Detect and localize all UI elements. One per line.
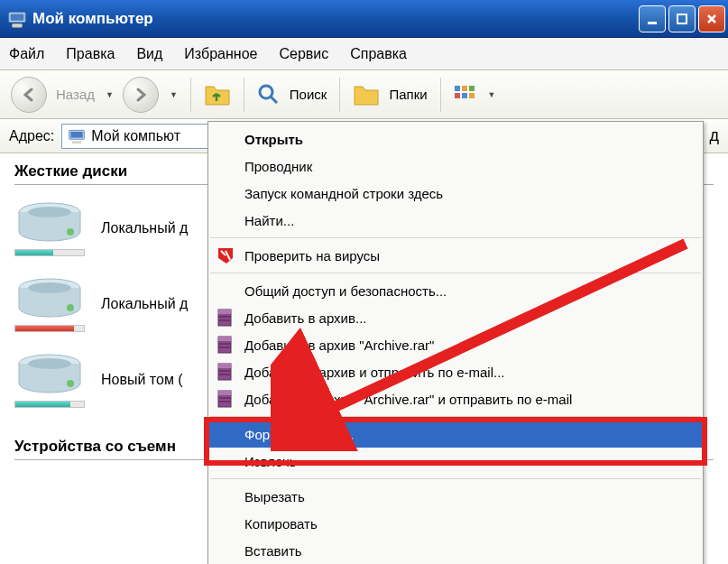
- menu-tools[interactable]: Сервис: [279, 46, 328, 62]
- drive-label: Локальный д: [101, 220, 188, 236]
- toolbar: Назад ▼ ▼ Поиск Папки ▼: [0, 70, 728, 119]
- svg-rect-15: [72, 141, 81, 143]
- menu-item-label: Проводник: [244, 159, 312, 174]
- drive-label: Локальный д: [101, 296, 188, 312]
- search-icon[interactable]: [257, 83, 281, 106]
- folders-label[interactable]: Папки: [389, 87, 427, 102]
- svg-point-21: [67, 304, 74, 311]
- toolbar-separator: [440, 78, 441, 112]
- svg-rect-1: [11, 14, 24, 20]
- svg-rect-27: [218, 316, 231, 318]
- search-label[interactable]: Поиск: [290, 87, 327, 102]
- menu-file[interactable]: Файл: [9, 46, 44, 62]
- menu-item-label: Копировать: [244, 516, 318, 532]
- usage-bar: [14, 249, 85, 256]
- menu-separator: [210, 478, 701, 479]
- svg-rect-14: [71, 132, 83, 138]
- rar-icon: [216, 389, 235, 409]
- context-menu-item[interactable]: Открыть: [208, 125, 703, 153]
- svg-rect-36: [218, 374, 231, 375]
- close-button[interactable]: [698, 5, 725, 32]
- views-dropdown-icon[interactable]: ▼: [488, 90, 496, 99]
- menu-item-label: Форматировать...: [244, 427, 354, 442]
- svg-rect-31: [218, 343, 231, 345]
- toolbar-separator: [244, 78, 244, 112]
- back-button[interactable]: [11, 77, 47, 113]
- context-menu-item[interactable]: Проводник: [208, 153, 703, 180]
- menu-help[interactable]: Справка: [350, 46, 407, 62]
- usage-bar: [14, 401, 85, 408]
- context-menu-item[interactable]: Копировать: [208, 510, 703, 537]
- context-menu-item[interactable]: Добавить в архив...: [208, 304, 703, 331]
- context-menu-item[interactable]: Форматировать...: [208, 421, 703, 448]
- context-menu-item[interactable]: Найти...: [208, 207, 703, 234]
- rar-icon: [216, 308, 235, 328]
- svg-rect-28: [218, 319, 231, 321]
- svg-rect-4: [677, 14, 687, 23]
- context-menu-item[interactable]: Добавить в архив "Archive.rar": [208, 331, 703, 358]
- drive-label: Новый том (: [101, 372, 183, 388]
- svg-rect-3: [648, 22, 657, 24]
- svg-point-24: [67, 380, 74, 387]
- svg-rect-12: [469, 93, 475, 98]
- maximize-button[interactable]: [668, 5, 696, 32]
- svg-rect-34: [218, 364, 231, 368]
- menu-edit[interactable]: Правка: [66, 46, 115, 62]
- forward-button[interactable]: [123, 77, 159, 113]
- context-menu-item[interactable]: Вставить: [208, 537, 703, 564]
- svg-rect-11: [462, 93, 467, 98]
- menu-item-label: Добавить в архив и отправить по e-mail..…: [244, 365, 505, 380]
- context-menu-item[interactable]: Проверить на вирусы: [208, 242, 703, 269]
- svg-rect-7: [455, 86, 460, 91]
- context-menu-item[interactable]: Вырезать: [208, 483, 703, 510]
- menu-item-label: Открыть: [244, 132, 303, 147]
- svg-point-23: [28, 358, 71, 369]
- address-value: Мой компьют: [91, 128, 180, 144]
- menu-item-label: Добавить в архив...: [244, 310, 366, 326]
- minimize-button[interactable]: [639, 5, 666, 32]
- menu-separator: [210, 273, 701, 273]
- menu-item-label: Добавить в архив "Archive.rar" и отправи…: [244, 392, 572, 407]
- arrow-right-icon: [132, 86, 150, 104]
- forward-dropdown-icon[interactable]: ▼: [170, 90, 178, 99]
- svg-rect-8: [462, 86, 467, 91]
- toolbar-separator: [339, 78, 340, 112]
- menu-item-label: Извлечь: [244, 454, 297, 469]
- drive-icon: [14, 353, 85, 396]
- rar-icon: [216, 335, 235, 355]
- window-controls: [639, 5, 725, 32]
- svg-point-18: [67, 228, 74, 236]
- context-menu: ОткрытьПроводникЗапуск командной строки …: [207, 121, 704, 564]
- menu-separator: [210, 416, 701, 417]
- context-menu-item[interactable]: Извлечь: [208, 448, 703, 475]
- svg-rect-10: [455, 93, 460, 98]
- svg-rect-26: [218, 310, 231, 314]
- svg-rect-32: [218, 347, 231, 348]
- back-dropdown-icon[interactable]: ▼: [106, 90, 114, 99]
- views-icon[interactable]: [454, 85, 477, 105]
- computer-small-icon: [68, 127, 86, 145]
- context-menu-item[interactable]: Добавить в архив "Archive.rar" и отправи…: [208, 385, 703, 412]
- menu-favorites[interactable]: Избранное: [184, 46, 257, 62]
- svg-rect-9: [469, 86, 475, 91]
- toolbar-separator: [190, 78, 191, 112]
- antivirus-icon: [216, 245, 235, 265]
- up-folder-icon[interactable]: [204, 83, 231, 106]
- menu-item-label: Добавить в архив "Archive.rar": [244, 337, 434, 353]
- menu-item-label: Общий доступ и безопасность...: [244, 283, 447, 299]
- usage-bar: [14, 325, 85, 332]
- context-menu-item[interactable]: Общий доступ и безопасность...: [208, 277, 703, 304]
- context-menu-item[interactable]: Запуск командной строки здесь: [208, 180, 703, 207]
- svg-rect-2: [13, 23, 23, 27]
- clipped-text: д: [709, 126, 719, 145]
- arrow-left-icon: [20, 86, 38, 104]
- svg-rect-35: [218, 370, 231, 372]
- context-menu-item[interactable]: Добавить в архив и отправить по e-mail..…: [208, 358, 703, 385]
- address-label: Адрес:: [9, 128, 54, 144]
- svg-point-20: [28, 282, 71, 293]
- drive-icon: [14, 277, 85, 320]
- titlebar: Мой компьютер: [0, 0, 728, 38]
- folders-icon[interactable]: [353, 83, 380, 106]
- menu-item-label: Вырезать: [244, 489, 305, 504]
- menu-view[interactable]: Вид: [136, 46, 162, 62]
